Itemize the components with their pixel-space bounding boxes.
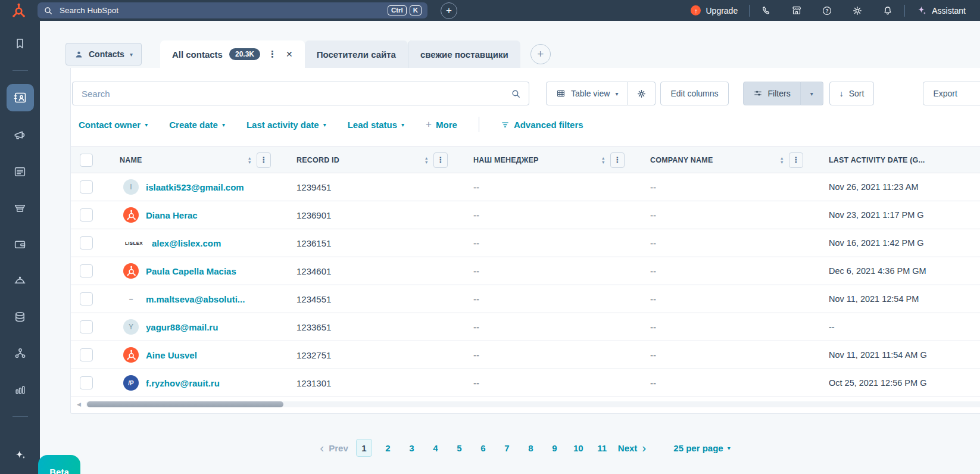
beta-badge-button[interactable]: Beta bbox=[38, 455, 80, 474]
select-all-checkbox[interactable] bbox=[80, 154, 93, 167]
page-number-button[interactable]: 4 bbox=[427, 439, 444, 457]
sort-arrows-icon[interactable]: ▲▼ bbox=[601, 156, 606, 164]
tab-options-kebab-icon[interactable]: ⋮ bbox=[267, 49, 278, 60]
page-number-button[interactable]: 8 bbox=[523, 439, 539, 457]
horizontal-scrollbar[interactable]: ◀ bbox=[77, 401, 980, 408]
row-checkbox[interactable] bbox=[80, 292, 93, 305]
content-icon[interactable] bbox=[10, 161, 31, 182]
global-search-input[interactable] bbox=[58, 5, 382, 15]
tab-close-icon[interactable]: ✕ bbox=[286, 49, 293, 59]
copilot-sparkle-icon[interactable] bbox=[10, 444, 31, 466]
next-page-button[interactable]: Next › bbox=[618, 443, 647, 453]
assistant-label: Assistant bbox=[932, 6, 966, 15]
page-number-button[interactable]: 2 bbox=[380, 439, 396, 457]
table-row[interactable]: LISLEX alex@lislex.com 1236151 -- -- Nov… bbox=[71, 229, 980, 257]
contact-name-link[interactable]: Diana Herac bbox=[146, 210, 198, 220]
quick-filter-dropdown[interactable]: Create date ▾ bbox=[169, 120, 225, 130]
contact-name-link[interactable]: islaatki523@gmail.com bbox=[146, 182, 244, 192]
help-icon[interactable]: ? bbox=[822, 5, 832, 16]
filters-dropdown-button[interactable]: ▾ bbox=[801, 82, 823, 105]
hubspot-logo-icon[interactable] bbox=[10, 2, 26, 18]
table-row[interactable]: Y yagur88@mail.ru 1233651 -- -- -- bbox=[71, 313, 980, 341]
marketplace-icon[interactable] bbox=[791, 5, 802, 16]
contacts-search-input[interactable] bbox=[80, 88, 511, 99]
column-options-kebab-icon[interactable]: ⋮ bbox=[257, 152, 271, 168]
table-row[interactable]: Paula Capella Macias 1234601 -- -- Dec 6… bbox=[71, 257, 980, 285]
page-number-button[interactable]: 7 bbox=[499, 439, 515, 457]
quick-filter-dropdown[interactable]: Last activity date ▾ bbox=[246, 120, 326, 130]
contact-name-link[interactable]: alex@lislex.com bbox=[152, 238, 221, 248]
page-number-button[interactable]: 11 bbox=[594, 439, 610, 457]
crm-contacts-icon[interactable] bbox=[7, 84, 34, 111]
sort-arrows-icon[interactable]: ▲▼ bbox=[248, 156, 252, 164]
contacts-search-field[interactable] bbox=[72, 82, 529, 105]
global-search[interactable]: Ctrl K bbox=[38, 2, 427, 18]
sort-button[interactable]: ↓ Sort bbox=[829, 82, 875, 105]
page-number-button[interactable]: 9 bbox=[547, 439, 563, 457]
data-management-icon[interactable] bbox=[10, 306, 31, 328]
manager-value: -- bbox=[473, 378, 479, 388]
row-checkbox[interactable] bbox=[80, 320, 93, 333]
scroll-left-arrow-icon[interactable]: ◀ bbox=[77, 401, 81, 407]
table-row[interactable]: /P f.ryzhov@rauit.ru 1231301 -- -- Oct 2… bbox=[71, 369, 980, 397]
row-checkbox[interactable] bbox=[80, 376, 93, 389]
calling-icon[interactable] bbox=[761, 5, 772, 16]
row-checkbox[interactable] bbox=[80, 348, 93, 361]
table-row[interactable]: – m.maltseva@absoluti... 1234551 -- -- N… bbox=[71, 285, 980, 313]
scrollbar-thumb[interactable] bbox=[87, 401, 283, 407]
tab-site-visitors[interactable]: Посетители сайта bbox=[305, 40, 408, 68]
sort-arrows-icon[interactable]: ▲▼ bbox=[780, 156, 784, 164]
row-checkbox[interactable] bbox=[80, 236, 93, 250]
prev-page-button[interactable]: ‹ Prev bbox=[320, 443, 348, 453]
page-number-button[interactable]: 1 bbox=[356, 439, 372, 457]
create-button[interactable]: + bbox=[441, 2, 457, 19]
marketing-icon[interactable] bbox=[10, 124, 31, 146]
payments-icon[interactable] bbox=[10, 233, 31, 255]
contacts-table: NAME ▲▼ ⋮ RECORD ID ▲▼ ⋮ НАШ МЕНЕДЖЕР ▲▼… bbox=[71, 146, 980, 408]
table-row[interactable]: Aine Uusvel 1232751 -- -- Nov 11, 2021 1… bbox=[71, 341, 980, 369]
per-page-selector[interactable]: 25 per page ▾ bbox=[673, 443, 730, 453]
column-options-kebab-icon[interactable]: ⋮ bbox=[433, 152, 448, 168]
reporting-icon[interactable] bbox=[10, 379, 31, 400]
quick-filter-dropdown[interactable]: Contact owner ▾ bbox=[79, 120, 148, 130]
settings-icon[interactable] bbox=[852, 5, 863, 16]
page-number-button[interactable]: 6 bbox=[475, 439, 491, 457]
page-number-button[interactable]: 10 bbox=[570, 439, 586, 457]
export-button[interactable]: Export bbox=[923, 82, 980, 105]
contact-name-link[interactable]: Paula Capella Macias bbox=[146, 266, 236, 276]
more-label: More bbox=[436, 120, 457, 130]
assistant-button[interactable]: Assistant bbox=[916, 5, 966, 15]
row-checkbox[interactable] bbox=[80, 180, 93, 194]
notifications-icon[interactable] bbox=[882, 5, 893, 16]
table-row[interactable]: Diana Herac 1236901 -- -- Nov 23, 2021 1… bbox=[71, 201, 980, 229]
contact-name-link[interactable]: yagur88@mail.ru bbox=[146, 322, 218, 332]
service-icon[interactable] bbox=[10, 270, 31, 291]
contact-name-link[interactable]: f.ryzhov@rauit.ru bbox=[146, 378, 220, 388]
table-row[interactable]: I islaatki523@gmail.com 1239451 -- -- No… bbox=[71, 173, 980, 201]
top-navigation-bar: Ctrl K + ↑ Upgrade ? bbox=[0, 0, 980, 21]
view-settings-button[interactable] bbox=[628, 82, 656, 105]
quick-filter-dropdown[interactable]: Lead status ▾ bbox=[348, 120, 404, 130]
column-options-kebab-icon[interactable]: ⋮ bbox=[789, 152, 803, 168]
page-number-button[interactable]: 5 bbox=[451, 439, 467, 457]
row-checkbox[interactable] bbox=[80, 264, 93, 277]
automations-icon[interactable] bbox=[10, 342, 31, 364]
object-switcher-button[interactable]: Contacts ▾ bbox=[65, 43, 142, 66]
tab-fresh-suppliers[interactable]: свежие поставщики bbox=[408, 40, 520, 68]
more-filters-button[interactable]: + More bbox=[426, 118, 457, 130]
table-view-button[interactable]: Table view ▾ bbox=[546, 82, 628, 105]
tab-all-contacts[interactable]: All contacts 20.3K ⋮ ✕ bbox=[160, 40, 305, 68]
page-number-button[interactable]: 3 bbox=[404, 439, 420, 457]
row-checkbox[interactable] bbox=[80, 208, 93, 222]
column-options-kebab-icon[interactable]: ⋮ bbox=[610, 152, 625, 168]
filters-button[interactable]: Filters bbox=[743, 82, 801, 105]
add-view-button[interactable]: + bbox=[530, 44, 551, 64]
sort-arrows-icon[interactable]: ▲▼ bbox=[425, 156, 429, 164]
contact-name-link[interactable]: Aine Uusvel bbox=[146, 350, 197, 360]
edit-columns-button[interactable]: Edit columns bbox=[660, 82, 728, 105]
advanced-filters-button[interactable]: Advanced filters bbox=[501, 120, 583, 130]
commerce-icon[interactable] bbox=[10, 197, 31, 219]
upgrade-button[interactable]: ↑ Upgrade bbox=[691, 5, 738, 15]
contact-name-link[interactable]: m.maltseva@absoluti... bbox=[146, 294, 245, 304]
bookmarks-icon[interactable] bbox=[10, 33, 31, 54]
